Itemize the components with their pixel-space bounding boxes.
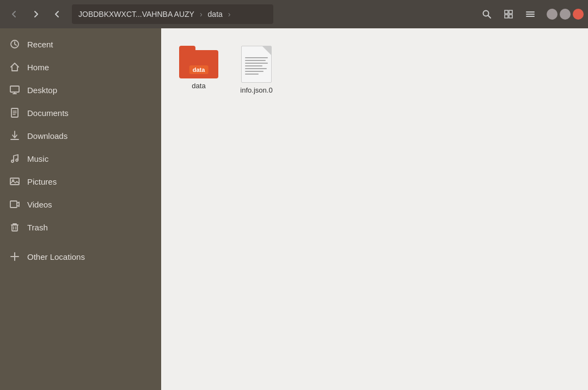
music-icon: [9, 153, 21, 164]
sidebar-item-downloads-label: Downloads: [27, 131, 68, 141]
desktop-icon: [9, 84, 21, 96]
sidebar-item-pictures-label: Pictures: [27, 177, 57, 186]
close-button[interactable]: ×: [573, 9, 584, 20]
recent-icon: [9, 38, 21, 50]
window-controls: – □ ×: [547, 9, 584, 20]
svg-rect-2: [505, 10, 508, 14]
sidebar-item-documents[interactable]: Documents: [0, 101, 161, 124]
svg-rect-4: [505, 15, 508, 18]
sidebar-item-desktop[interactable]: Desktop: [0, 78, 161, 101]
breadcrumb-end-arrow: ›: [227, 10, 232, 19]
sidebar-item-documents-label: Documents: [27, 108, 69, 118]
sidebar-item-recent[interactable]: Recent: [0, 33, 161, 56]
sidebar-item-music-label: Music: [27, 154, 48, 163]
sidebar-item-pictures[interactable]: Pictures: [0, 170, 161, 193]
breadcrumb-data[interactable]: data: [204, 8, 227, 21]
documents-icon: [9, 107, 21, 119]
sidebar-item-music[interactable]: Music: [0, 147, 161, 170]
folder-badge: data: [189, 65, 209, 74]
menu-button[interactable]: [520, 4, 540, 24]
svg-rect-3: [509, 10, 512, 14]
downloads-icon: [9, 130, 21, 142]
breadcrumb-root[interactable]: JOBDBKXWXCT...VAHNBA AUZY: [74, 8, 199, 21]
sidebar-item-recent-label: Recent: [27, 40, 53, 49]
svg-rect-23: [10, 201, 17, 208]
breadcrumb-bar: JOBDBKXWXCT...VAHNBA AUZY › data ›: [72, 4, 273, 24]
home-icon: [9, 61, 21, 73]
svg-point-20: [16, 159, 18, 161]
svg-rect-5: [509, 15, 512, 18]
sidebar-item-downloads[interactable]: Downloads: [0, 124, 161, 147]
sidebar-item-desktop-label: Desktop: [27, 86, 57, 95]
document-name: info.json.0: [240, 86, 272, 95]
videos-icon: [9, 198, 21, 210]
search-button[interactable]: [477, 4, 497, 24]
main-content: Recent Home Desktop: [0, 28, 588, 390]
sidebar-separator: [0, 239, 161, 245]
breadcrumb-separator: ›: [199, 10, 204, 19]
other-locations-icon: [9, 251, 21, 263]
toggle-sidebar-button[interactable]: [48, 4, 68, 24]
file-area: data data: [161, 28, 588, 390]
sidebar: Recent Home Desktop: [0, 28, 161, 390]
folder-name: data: [192, 82, 205, 91]
document-icon: [241, 46, 272, 83]
svg-rect-21: [10, 178, 19, 185]
view-toggle-button[interactable]: [499, 4, 518, 24]
file-item-folder-data[interactable]: data data: [174, 41, 223, 100]
folder-icon: data: [179, 46, 218, 78]
sidebar-item-videos-label: Videos: [27, 200, 52, 209]
svg-line-1: [488, 16, 491, 19]
sidebar-item-home-label: Home: [27, 63, 49, 72]
trash-icon: [9, 221, 21, 233]
svg-rect-10: [10, 86, 19, 92]
sidebar-item-trash[interactable]: Trash: [0, 216, 161, 239]
sidebar-item-trash-label: Trash: [27, 223, 48, 232]
sidebar-item-home[interactable]: Home: [0, 56, 161, 78]
sidebar-item-videos[interactable]: Videos: [0, 193, 161, 216]
minimize-button[interactable]: –: [547, 9, 558, 20]
pictures-icon: [9, 175, 21, 187]
forward-button[interactable]: [26, 4, 46, 24]
file-item-info-json[interactable]: info.json.0: [232, 41, 281, 100]
titlebar: JOBDBKXWXCT...VAHNBA AUZY › data › – □ ×: [0, 0, 588, 28]
svg-rect-24: [12, 225, 17, 231]
maximize-button[interactable]: □: [560, 9, 571, 20]
back-button[interactable]: [4, 4, 24, 24]
svg-point-19: [11, 160, 14, 162]
sidebar-item-other-locations-label: Other Locations: [27, 252, 85, 261]
sidebar-item-other-locations[interactable]: Other Locations: [0, 245, 161, 268]
